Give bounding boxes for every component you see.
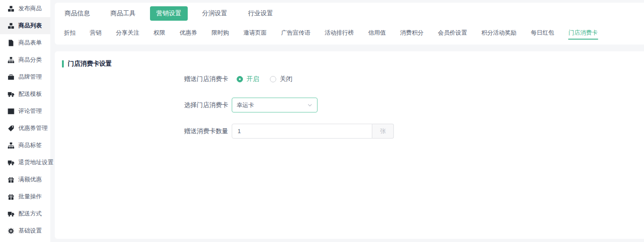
primary-tab[interactable]: 商品信息	[58, 6, 96, 21]
select-value: 幸运卡	[237, 101, 254, 109]
primary-tab[interactable]: 营销设置	[150, 6, 188, 21]
form-row-card-select: 选择门店消费卡 幸运卡	[62, 98, 637, 112]
sidebar-item-label: 批量操作	[18, 193, 42, 201]
sidebar-item[interactable]: 商品表单	[0, 34, 50, 51]
secondary-tabs: 折扣营销分享关注权限优惠券限时购邀请页面广告宣传语活动排行榜信用值消费积分会员价…	[58, 23, 644, 42]
truck-icon	[8, 211, 14, 217]
sidebar-item[interactable]: 满额优惠	[0, 171, 50, 188]
section-accent-bar	[62, 60, 64, 67]
secondary-tab[interactable]: 折扣	[61, 23, 78, 42]
truck-icon	[8, 159, 14, 166]
primary-tab[interactable]: 行业设置	[242, 6, 279, 21]
secondary-tab[interactable]: 积分活动奖励	[479, 23, 519, 42]
secondary-tab[interactable]: 门店消费卡	[566, 23, 600, 42]
gift-icon	[8, 176, 14, 183]
sidebar-item[interactable]: 退货地址设置	[0, 154, 50, 171]
primary-tab[interactable]: 商品工具	[104, 6, 142, 21]
secondary-tab[interactable]: 广告宣传语	[278, 23, 313, 42]
settings-form: 赠送门店消费卡 开启 关闭 选择门店消费卡 幸运卡	[62, 72, 637, 139]
sidebar-item[interactable]: 评论管理	[0, 103, 50, 120]
sidebar-item[interactable]: 基础设置	[0, 222, 50, 239]
cubes-icon	[8, 22, 14, 29]
secondary-tab[interactable]: 优惠券	[177, 23, 200, 42]
radio-icon	[270, 76, 276, 82]
secondary-tab[interactable]: 信用值	[366, 23, 388, 42]
primary-tab[interactable]: 分润设置	[196, 6, 234, 21]
sidebar-item-label: 商品表单	[18, 39, 42, 47]
secondary-tab[interactable]: 限时购	[209, 23, 232, 42]
sitemap-icon	[8, 142, 14, 149]
columns-icon	[8, 108, 14, 115]
sitemap-icon	[8, 57, 14, 63]
sidebar-item-label: 品牌管理	[18, 73, 42, 81]
store-card-select[interactable]: 幸运卡	[232, 98, 318, 112]
main-area: 商品信息商品工具营销设置分润设置行业设置 折扣营销分享关注权限优惠券限时购邀请页…	[50, 0, 644, 242]
secondary-tab[interactable]: 分享关注	[113, 23, 142, 42]
radio-option-off[interactable]: 关闭	[270, 75, 292, 83]
secondary-tab[interactable]: 消费积分	[397, 23, 426, 42]
document-icon	[8, 40, 14, 46]
sidebar-item-label: 商品标签	[18, 141, 42, 149]
secondary-tab[interactable]: 会员价设置	[435, 23, 470, 42]
sidebar-item[interactable]: 商品分类	[0, 51, 50, 68]
secondary-tab[interactable]: 邀请页面	[241, 23, 269, 42]
secondary-tab[interactable]: 活动排行榜	[322, 23, 357, 42]
sidebar-item-label: 满额优惠	[18, 175, 42, 184]
primary-tabs: 商品信息商品工具营销设置分润设置行业设置	[58, 3, 644, 23]
tabs-card: 商品信息商品工具营销设置分润设置行业设置 折扣营销分享关注权限优惠券限时购邀请页…	[55, 3, 644, 45]
card-count-field: 张	[232, 124, 394, 139]
secondary-tab[interactable]: 每日红包	[528, 23, 557, 42]
sidebar-item-label: 基础设置	[18, 227, 42, 235]
sidebar-item-label: 配送方式	[18, 210, 42, 218]
cubes-icon	[8, 5, 14, 12]
card-select-label: 选择门店消费卡	[62, 101, 228, 109]
form-row-card-count: 赠送消费卡数量 张	[62, 124, 637, 139]
radio-option-on[interactable]: 开启	[237, 75, 259, 83]
gift-icon	[8, 193, 14, 200]
radio-icon	[237, 76, 243, 82]
sidebar-item[interactable]: 配送模板	[0, 85, 50, 103]
sidebar-item-label: 发布商品	[18, 4, 42, 13]
sidebar-item[interactable]: 配送方式	[0, 205, 50, 222]
sidebar-item-label: 配送模板	[18, 90, 42, 98]
card-count-label: 赠送消费卡数量	[62, 127, 228, 135]
sidebar-item-label: 退货地址设置	[18, 158, 53, 166]
sidebar-item[interactable]: 品牌管理	[0, 68, 50, 85]
sidebar-item-label: 优惠券管理	[18, 124, 48, 132]
briefcase-icon	[8, 74, 14, 81]
sidebar-item-label: 商品分类	[18, 56, 42, 64]
sidebar-item[interactable]: 优惠券管理	[0, 120, 50, 137]
sidebar-item-label: 商品列表	[18, 22, 42, 30]
form-row-gift-switch: 赠送门店消费卡 开启 关闭	[62, 72, 637, 86]
sidebar-item[interactable]: 批量操作	[0, 188, 50, 205]
section-title: 门店消费卡设置	[68, 60, 112, 68]
unit-addon: 张	[372, 124, 394, 139]
content-card: 门店消费卡设置 赠送门店消费卡 开启 关闭 选择	[55, 51, 644, 239]
sidebar-item[interactable]: 商品标签	[0, 137, 50, 154]
gift-switch-radio-group: 开启 关闭	[232, 75, 292, 83]
tag-icon	[8, 125, 14, 132]
chevron-down-icon	[307, 103, 313, 108]
truck-icon	[8, 91, 14, 98]
sidebar-item[interactable]: 发布商品	[0, 0, 50, 17]
radio-option-label: 开启	[247, 75, 259, 83]
radio-option-label: 关闭	[280, 75, 292, 83]
secondary-tab[interactable]: 权限	[151, 23, 168, 42]
sidebar-item-label: 评论管理	[18, 107, 42, 115]
sidebar: 发布商品 商品列表 商品表单 商品分类 品牌管理 配送模板 评论管理 优惠券管理…	[0, 0, 50, 242]
gear-icon	[8, 228, 14, 234]
sidebar-item[interactable]: 商品列表	[0, 17, 50, 34]
card-count-input[interactable]	[232, 124, 372, 139]
gift-switch-label: 赠送门店消费卡	[62, 75, 228, 83]
section-header: 门店消费卡设置	[62, 60, 637, 68]
secondary-tab[interactable]: 营销	[87, 23, 104, 42]
